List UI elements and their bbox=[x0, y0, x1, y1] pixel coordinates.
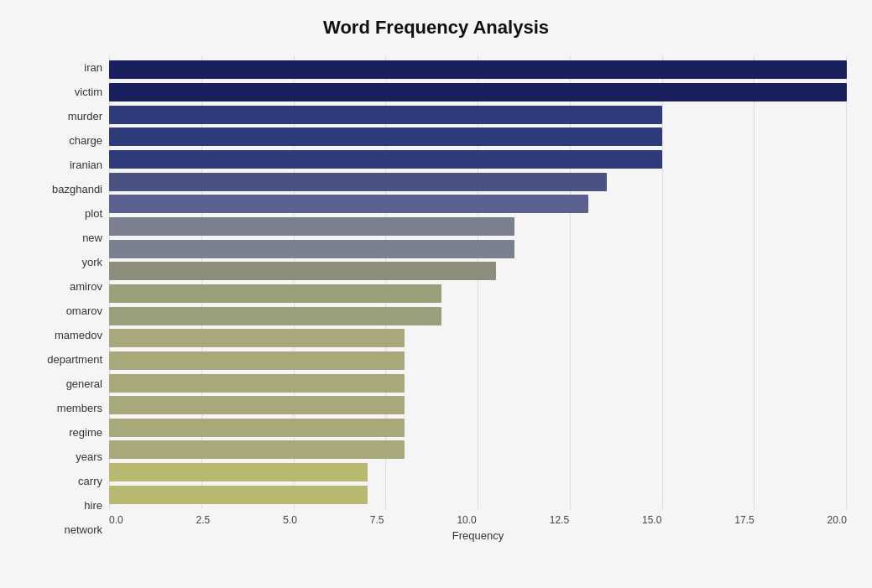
x-tick-label: 2.5 bbox=[196, 514, 211, 526]
bar-row bbox=[109, 59, 847, 81]
bar bbox=[109, 240, 514, 258]
bar bbox=[109, 83, 847, 101]
bar-row bbox=[109, 439, 847, 461]
bar-row bbox=[109, 372, 847, 394]
x-tick-label: 15.0 bbox=[642, 514, 661, 526]
bar bbox=[109, 262, 496, 280]
y-label: hire bbox=[84, 500, 102, 511]
bar-row bbox=[109, 148, 847, 171]
bar bbox=[109, 351, 405, 370]
bar bbox=[109, 127, 662, 146]
bar-row bbox=[109, 327, 847, 350]
bar bbox=[109, 329, 405, 347]
bar bbox=[109, 173, 607, 191]
bar bbox=[109, 396, 405, 414]
bar bbox=[109, 419, 405, 437]
bar-row bbox=[109, 461, 847, 484]
bar-row bbox=[109, 417, 847, 440]
chart-container: Word Frequency Analysis iranvictimmurder… bbox=[0, 0, 872, 588]
bar bbox=[109, 374, 405, 393]
y-label: regime bbox=[69, 427, 102, 438]
bar bbox=[109, 195, 588, 213]
y-label: members bbox=[57, 403, 102, 414]
x-tick-label: 7.5 bbox=[370, 514, 384, 526]
y-label: new bbox=[82, 232, 102, 243]
bar-row bbox=[109, 103, 847, 126]
bar-row bbox=[109, 81, 847, 104]
y-labels: iranvictimmurderchargeiranianbazghandipl… bbox=[25, 55, 109, 542]
bar-row bbox=[109, 237, 847, 260]
bar-row bbox=[109, 193, 847, 216]
x-axis-title: Frequency bbox=[109, 529, 847, 542]
y-label: iranian bbox=[70, 159, 102, 170]
y-label: general bbox=[66, 378, 102, 389]
y-label: iran bbox=[84, 62, 102, 73]
bar bbox=[109, 60, 847, 79]
bar bbox=[109, 463, 368, 481]
bar-row bbox=[109, 304, 847, 327]
y-label: victim bbox=[75, 86, 102, 97]
y-label: plot bbox=[85, 208, 102, 219]
x-tick-label: 5.0 bbox=[283, 514, 297, 526]
chart-area: iranvictimmurderchargeiranianbazghandipl… bbox=[25, 55, 847, 542]
x-axis-wrapper: 0.02.55.07.510.012.515.017.520.0 Frequen… bbox=[109, 509, 847, 542]
bars-and-grid: 0.02.55.07.510.012.515.017.520.0 Frequen… bbox=[109, 55, 847, 542]
chart-title: Word Frequency Analysis bbox=[25, 17, 847, 39]
y-label: bazghandi bbox=[52, 184, 102, 195]
x-tick-label: 20.0 bbox=[828, 514, 847, 526]
bar bbox=[109, 307, 441, 325]
bars-wrapper bbox=[109, 55, 847, 509]
bar-row bbox=[109, 216, 847, 238]
y-label: years bbox=[76, 451, 102, 462]
x-axis: 0.02.55.07.510.012.515.017.520.0 bbox=[109, 514, 847, 526]
bar bbox=[109, 217, 514, 236]
bar bbox=[109, 440, 405, 459]
y-label: omarov bbox=[66, 305, 102, 316]
bar-row bbox=[109, 283, 847, 305]
y-label: department bbox=[47, 354, 102, 365]
y-label: carry bbox=[78, 476, 102, 487]
x-tick-label: 12.5 bbox=[550, 514, 569, 526]
y-label: mamedov bbox=[55, 330, 102, 341]
x-tick-label: 10.0 bbox=[457, 514, 476, 526]
bar-row bbox=[109, 126, 847, 148]
x-tick-label: 17.5 bbox=[734, 514, 754, 526]
bar bbox=[109, 486, 368, 504]
grid-and-bars bbox=[109, 55, 847, 509]
bar-row bbox=[109, 350, 847, 372]
bar bbox=[109, 106, 662, 124]
y-label: murder bbox=[68, 111, 102, 122]
y-label: amirov bbox=[70, 281, 102, 292]
y-label: charge bbox=[69, 135, 102, 146]
x-tick-label: 0.0 bbox=[109, 514, 123, 526]
bar bbox=[109, 284, 441, 303]
bar-row bbox=[109, 394, 847, 417]
bar bbox=[109, 150, 662, 169]
bar-row bbox=[109, 260, 847, 283]
y-label: york bbox=[81, 257, 102, 268]
bar-row bbox=[109, 483, 847, 506]
bar-row bbox=[109, 170, 847, 193]
y-label: network bbox=[64, 524, 102, 535]
